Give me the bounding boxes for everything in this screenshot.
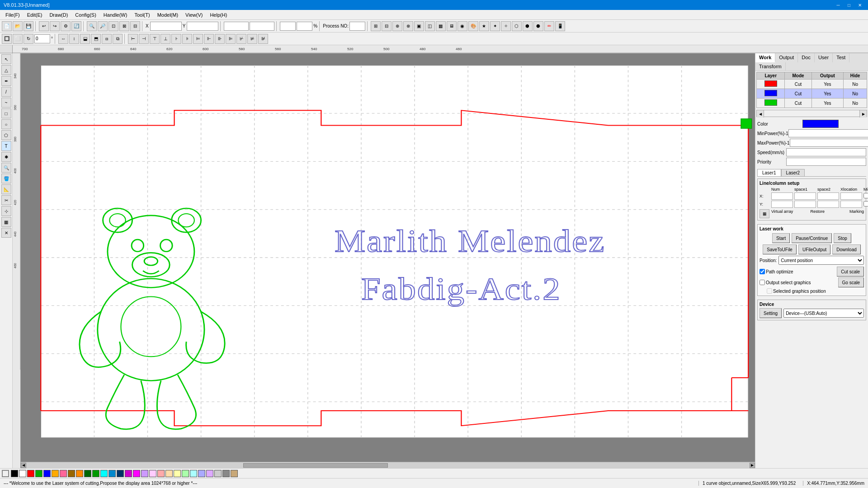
- tb-btn-l[interactable]: ✦: [490, 21, 500, 31]
- palette-color[interactable]: [108, 470, 116, 477]
- tb-btn-p[interactable]: ⬣: [533, 21, 543, 31]
- crop-tool[interactable]: ⊹: [1, 206, 11, 216]
- redo-icon[interactable]: ↪: [50, 21, 60, 31]
- tb2-btn-d[interactable]: ↕: [69, 34, 79, 44]
- tb2-btn-s[interactable]: ⊭: [247, 34, 257, 44]
- node-tool[interactable]: △: [1, 65, 11, 75]
- tab-user[interactable]: User: [815, 53, 833, 62]
- zoom2-input[interactable]: 100: [297, 22, 312, 31]
- output-sel-checkbox[interactable]: [760, 280, 765, 285]
- tb2-btn-c[interactable]: ↔: [58, 34, 68, 44]
- palette-color[interactable]: [157, 470, 165, 477]
- save-to-ufile-button[interactable]: SaveToUFile: [763, 244, 797, 254]
- path-opt-checkbox[interactable]: [760, 269, 765, 274]
- tb2-btn-q[interactable]: ⊫: [226, 34, 236, 44]
- menu-item-drawd[interactable]: Draw(D): [46, 11, 71, 19]
- device-select[interactable]: Device---(USB:Auto): [783, 309, 864, 318]
- palette-color[interactable]: [19, 470, 26, 477]
- layer-row-0[interactable]: Cut Yes No: [757, 80, 867, 89]
- palette-color[interactable]: [182, 470, 189, 477]
- tb-btn-r[interactable]: 📱: [555, 21, 565, 31]
- tb-btn-j[interactable]: 🎨: [468, 21, 478, 31]
- pause-button[interactable]: Pause/Continue: [792, 233, 832, 243]
- palette-color[interactable]: [149, 470, 156, 477]
- scroll-track-h[interactable]: [26, 463, 750, 468]
- palette-color[interactable]: [165, 470, 173, 477]
- lc-y-xloc[interactable]: 0.000: [840, 201, 862, 208]
- max-power-input[interactable]: 30.0: [790, 139, 868, 147]
- layer-row-1[interactable]: Cut Yes No: [757, 89, 867, 99]
- tb-btn-k[interactable]: ★: [479, 21, 489, 31]
- laser-pen-icon[interactable]: ✏: [544, 21, 554, 31]
- scroll-right-arrow[interactable]: ▶: [859, 110, 867, 117]
- align-r-icon[interactable]: ⊤: [150, 34, 160, 44]
- palette-color[interactable]: [11, 470, 18, 477]
- tb2-btn-p[interactable]: ⊪: [215, 34, 225, 44]
- palette-color[interactable]: [100, 470, 108, 477]
- palette-color[interactable]: [190, 470, 197, 477]
- align-l-icon[interactable]: ⊢: [128, 34, 138, 44]
- tab-output[interactable]: Output: [775, 53, 798, 62]
- pen-tool[interactable]: ✒: [1, 76, 11, 86]
- go-scale-button[interactable]: Go scale: [838, 277, 864, 287]
- menu-item-helph[interactable]: Help(H): [206, 11, 231, 19]
- lc-y-sp2[interactable]: 0.000: [817, 201, 839, 208]
- align-b-icon[interactable]: ⊦: [171, 34, 181, 44]
- palette-color[interactable]: [231, 470, 238, 477]
- lc-y-sp1[interactable]: 0.000: [794, 201, 816, 208]
- fill-tool[interactable]: 🪣: [1, 174, 11, 183]
- laser1-tab[interactable]: Laser1: [757, 169, 781, 176]
- align-t-icon[interactable]: ⊥: [160, 34, 170, 44]
- tb2-btn-b[interactable]: ⬜: [13, 34, 23, 44]
- undo-icon[interactable]: ↩: [39, 21, 49, 31]
- tb2-btn-a[interactable]: 🔲: [2, 34, 12, 44]
- lc-y-num[interactable]: 1: [771, 201, 793, 208]
- text-tool[interactable]: T: [1, 141, 11, 151]
- device-setting-button[interactable]: Setting: [760, 308, 782, 318]
- h-coord-input[interactable]: 93.252 mm: [250, 22, 274, 31]
- menu-item-handlew[interactable]: Handle(W): [100, 11, 131, 19]
- dist-h-icon[interactable]: ⊧: [182, 34, 192, 44]
- position-select[interactable]: Current position: [778, 256, 864, 265]
- priority-input[interactable]: 2: [786, 158, 866, 166]
- menu-item-configs[interactable]: Config(S): [71, 11, 99, 19]
- no-color-swatch[interactable]: [2, 470, 9, 477]
- palette-color[interactable]: [174, 470, 181, 477]
- palette-color[interactable]: [68, 470, 75, 477]
- menu-item-edite[interactable]: Edit(E): [24, 11, 46, 19]
- zoom1-input[interactable]: 100: [280, 22, 296, 31]
- palette-color[interactable]: [214, 470, 222, 477]
- cut-tool[interactable]: ✂: [1, 195, 11, 205]
- zoom-all-icon[interactable]: ⊟: [130, 21, 140, 31]
- cut-scale-button[interactable]: Cut scale: [837, 267, 864, 277]
- scroll-left-btn[interactable]: ◀: [21, 463, 26, 468]
- palette-color[interactable]: [60, 470, 67, 477]
- zoom-sel-icon[interactable]: ⊠: [119, 21, 129, 31]
- select-tool[interactable]: ↖: [1, 54, 11, 64]
- menu-item-viewv[interactable]: View(V): [182, 11, 206, 19]
- lc-x-sp1[interactable]: 0.000: [794, 192, 816, 200]
- tb-btn-f[interactable]: ◫: [425, 21, 435, 31]
- rotate-icon[interactable]: ↻: [24, 34, 33, 44]
- palette-color[interactable]: [133, 470, 140, 477]
- zoom-out-icon[interactable]: 🔎: [98, 21, 108, 31]
- bezier-tool[interactable]: ~: [1, 98, 11, 108]
- tb2-btn-e[interactable]: ⬓: [80, 34, 90, 44]
- tab-work[interactable]: Work: [755, 53, 775, 62]
- zoom-in-icon[interactable]: 🔍: [87, 21, 97, 31]
- start-button[interactable]: Start: [772, 233, 790, 243]
- layer-row-2[interactable]: Cut Yes No: [757, 99, 867, 108]
- process-no-input[interactable]: 77: [349, 22, 365, 31]
- settings-icon[interactable]: ⚙: [61, 21, 71, 31]
- align-c-icon[interactable]: ⊣: [139, 34, 149, 44]
- refresh-icon[interactable]: 🔄: [71, 21, 81, 31]
- ufile-output-button[interactable]: UFileOutput: [798, 244, 830, 254]
- tb-btn-e[interactable]: ▣: [414, 21, 424, 31]
- lc-x-h-checkbox[interactable]: [863, 193, 868, 198]
- palette-color[interactable]: [117, 470, 124, 477]
- ellipse-tool[interactable]: ○: [1, 119, 11, 129]
- tb2-btn-g[interactable]: ⧈: [102, 34, 112, 44]
- dist-v-icon[interactable]: ⊨: [193, 34, 203, 44]
- lt-btn-x[interactable]: ✕: [1, 228, 11, 238]
- download-button[interactable]: Download: [832, 244, 860, 254]
